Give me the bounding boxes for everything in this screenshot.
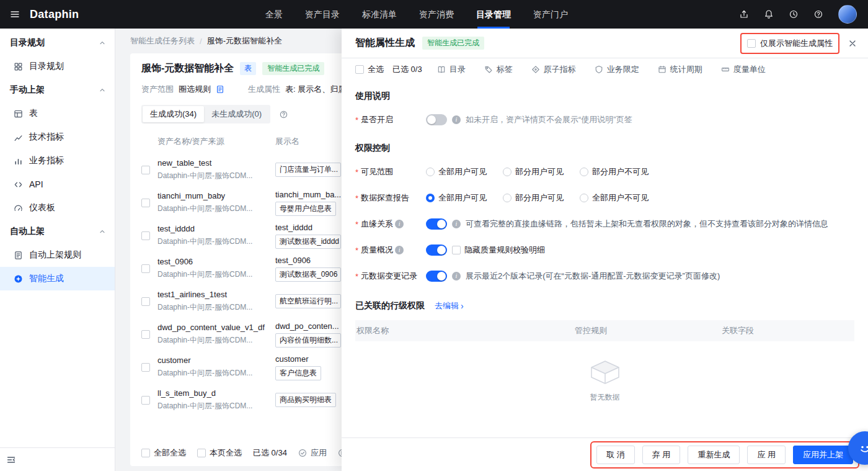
tabs-segment: 生成成功(34)未生成成功(0) <box>141 105 270 123</box>
row-checkbox[interactable] <box>141 330 150 339</box>
visible-scope-option-0[interactable]: 全部用户可见 <box>426 166 487 177</box>
sidebar-item-grid[interactable]: 目录规划 <box>0 55 115 78</box>
nav-overview[interactable]: 全景 <box>265 0 283 29</box>
filter-item-catalog[interactable]: 目录 <box>437 64 466 75</box>
filter-item-atomic-metric[interactable]: 原子指标 <box>531 64 576 75</box>
visible-scope-option-1[interactable]: 部分用户可见 <box>503 166 564 177</box>
asset-name-cell: ll_s_item_buy_dDataphin-中间层-服饰CDM... <box>157 388 275 411</box>
tab-generate-failed[interactable]: 未生成成功(0) <box>204 106 269 122</box>
display-name-input[interactable]: 门店流量与订单... <box>275 163 341 177</box>
asset-source: Dataphin-中间层-服饰CDM... <box>157 335 275 346</box>
topbar-nav: 全景资产目录标准清单资产消费目录管理资产门户 <box>265 0 568 29</box>
help-icon[interactable] <box>813 9 823 19</box>
row-checkbox[interactable] <box>141 231 150 240</box>
sidebar-item-label: 业务指标 <box>29 155 64 166</box>
scope-rule-icon[interactable] <box>216 85 224 94</box>
type-badge: 表 <box>240 62 256 75</box>
row-checkbox[interactable] <box>141 199 150 207</box>
quality-toggle[interactable] <box>426 244 447 256</box>
sidebar-item-api[interactable]: API <box>0 173 115 196</box>
display-name-input[interactable]: 测试数据表_idddd <box>275 235 341 249</box>
nav-asset-catalog[interactable]: 资产目录 <box>305 0 340 29</box>
sidebar-item-dashboard[interactable]: 仪表板 <box>0 196 115 220</box>
probe-report-option-1[interactable]: 部分用户可见 <box>503 192 564 204</box>
row-checkbox[interactable] <box>141 264 150 273</box>
selected-count: 已选 0/34 <box>253 447 287 459</box>
probe-report-option-0[interactable]: 全部用户可见 <box>426 192 487 204</box>
filter-item-unit[interactable]: 度量单位 <box>721 64 766 75</box>
filter-item-tag[interactable]: 标签 <box>484 64 513 75</box>
select-all-checkbox[interactable]: 全部全选 <box>141 447 186 459</box>
chevron-up-icon <box>99 86 106 94</box>
display-name-input[interactable]: 测试数据表_0906 <box>275 267 341 282</box>
asset-name: tianchi_mum_baby <box>157 191 275 200</box>
hide-quality-detail-checkbox[interactable]: 隐藏质量规则校验明细 <box>452 244 545 256</box>
tab-generate-success[interactable]: 生成成功(34) <box>143 106 204 122</box>
sidebar-group-header[interactable]: 自动上架 <box>0 220 115 243</box>
breadcrumb-parent[interactable]: 智能生成任务列表 <box>130 35 195 47</box>
display-name-input[interactable]: 航空航班运行明... <box>275 294 341 308</box>
row-checkbox[interactable] <box>141 297 150 306</box>
avatar[interactable] <box>838 5 857 24</box>
nav-asset-consume[interactable]: 资产消费 <box>419 0 454 29</box>
visible-scope-option-2[interactable]: 部分用户不可见 <box>580 166 649 177</box>
lineage-toggle[interactable] <box>426 218 447 230</box>
publish-icon[interactable] <box>739 9 749 19</box>
nav-standard-list[interactable]: 标准清单 <box>362 0 397 29</box>
tabs-help-icon[interactable] <box>279 110 288 119</box>
sidebar-group-header[interactable]: 手动上架 <box>0 78 115 102</box>
display-name-input[interactable]: 客户信息表 <box>275 366 321 380</box>
nav-catalog-manage[interactable]: 目录管理 <box>476 0 511 29</box>
asset-name: customer <box>157 356 275 365</box>
sidebar-item-biz-metric[interactable]: 业务指标 <box>0 149 115 173</box>
close-icon[interactable] <box>848 39 857 48</box>
filter-select-all-checkbox[interactable]: 全选 <box>355 64 384 75</box>
regenerate-button[interactable]: 重新生成 <box>688 446 740 464</box>
usage-enable-toggle[interactable] <box>426 114 447 125</box>
radio-label: 部分用户不可见 <box>592 166 649 177</box>
meta-change-label-text: 元数据变更记录 <box>361 271 417 282</box>
display-name-input[interactable]: 内容价值明细数... <box>275 333 341 348</box>
probe-report-option-2[interactable]: 全部用户不可见 <box>580 192 649 204</box>
display-name-text: dwd_po_conten... <box>275 321 339 331</box>
history-icon[interactable] <box>789 9 799 19</box>
attrs-label: 生成属性 <box>248 84 280 95</box>
nav-asset-portal[interactable]: 资产门户 <box>533 0 568 29</box>
discard-button[interactable]: 弃 用 <box>642 446 681 464</box>
sidebar-item-table[interactable]: 表 <box>0 102 115 125</box>
display-name-input[interactable]: 商品购买明细表 <box>275 393 336 407</box>
empty-text: 暂无数据 <box>590 392 620 403</box>
collapse-sidebar-icon[interactable] <box>6 455 16 465</box>
select-page-checkbox[interactable]: 本页全选 <box>197 447 242 459</box>
sidebar-item-doc[interactable]: 自动上架规则 <box>0 243 115 267</box>
sidebar-group-header[interactable]: 目录规划 <box>0 31 115 55</box>
sidebar-item-tech-metric[interactable]: 技术指标 <box>0 125 115 149</box>
asset-name: ll_s_item_buy_d <box>157 388 275 398</box>
asset-name: test_0906 <box>157 257 275 266</box>
probe-report-radios: 全部用户可见部分用户可见全部用户不可见 <box>426 192 665 204</box>
probe-report-row: * 数据探查报告 全部用户可见部分用户可见全部用户不可见 <box>355 191 854 205</box>
row-checkbox[interactable] <box>141 396 150 405</box>
row-checkbox[interactable] <box>141 166 150 174</box>
bell-icon[interactable] <box>764 9 774 19</box>
filter-items: 目录标签原子指标业务限定统计周期度量单位 <box>437 64 766 75</box>
atomic-metric-icon <box>531 65 540 74</box>
checkbox-icon <box>141 449 150 457</box>
edit-row-permission-link[interactable]: 去编辑 › <box>435 300 464 312</box>
apply-selected-button[interactable]: 应用 <box>298 447 327 459</box>
filter-item-business-limit[interactable]: 业务限定 <box>595 64 639 75</box>
apply-button[interactable]: 应 用 <box>747 446 786 464</box>
radio-label: 部分用户可见 <box>515 192 564 204</box>
row-checkbox[interactable] <box>141 363 150 372</box>
asset-name-cell: test1_airlines_1testDataphin-中间层-服饰CDM..… <box>157 290 275 313</box>
only-smart-checkbox[interactable] <box>747 39 756 48</box>
apply-and-publish-button[interactable]: 应用并上架 <box>793 446 853 464</box>
filter-item-label: 目录 <box>450 64 466 75</box>
meta-change-toggle[interactable] <box>426 271 447 282</box>
menu-icon[interactable] <box>10 9 20 19</box>
display-name-input[interactable]: 母婴用户信息表 <box>275 202 336 216</box>
filter-item-stat-period[interactable]: 统计周期 <box>658 64 702 75</box>
usage-enable-row: * 是否开启 i 如未开启，资产详情页不会展示“使用说明”页签 <box>355 113 854 127</box>
cancel-button[interactable]: 取 消 <box>596 446 635 464</box>
sidebar-item-smart-gen[interactable]: 智能生成 <box>0 267 115 290</box>
